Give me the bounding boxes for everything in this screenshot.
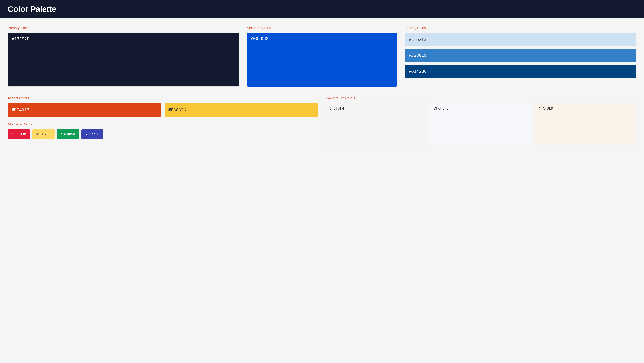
secondary-color-section: Secondary Blue #0050d8 (247, 26, 397, 87)
alternate-color-label: Alternate Colors (8, 122, 318, 126)
top-palette-grid: Primary Color #13192F Secondary Blue #00… (8, 26, 636, 87)
bg-swatch-f6f8fb: #F6F8FB (430, 103, 532, 145)
primary-color-section: Primary Color #13192F (8, 26, 239, 87)
alt-swatch-red: #E41D3D (8, 129, 30, 139)
page-title: Color Palette (8, 5, 636, 14)
alt-hex-yellow: #FFD966 (36, 132, 51, 136)
bg-swatch-f3f3f4: #F3F3F4 (326, 103, 427, 145)
secondary-color-hex: #0050d8 (250, 36, 268, 41)
alt-swatch-green: #0F9D58 (57, 129, 79, 139)
bg-hex-f3f3f4: #F3F3F4 (330, 106, 344, 110)
background-color-label: Background Colors (326, 96, 636, 100)
primary-color-label: Primary Color (8, 26, 239, 30)
secondary-color-label: Secondary Blue (247, 26, 397, 30)
bg-swatch-faf3e9: #FAF3E9 (535, 103, 636, 145)
accent-swatch-yellow: #F8C636 (164, 103, 318, 117)
accent-swatch-orange: #DE4317 (8, 103, 162, 117)
accent-hex-orange: #DE4317 (12, 108, 30, 112)
primary-color-swatch: #13192F (8, 33, 239, 87)
secondary-color-swatch: #0050d8 (247, 33, 397, 87)
bg-swatches-container: #F3F3F4 #F6F8FB #FAF3E9 (326, 103, 636, 145)
accent-color-section: Accent Colors #DE4317 #F8C636 (8, 96, 318, 117)
tertiary-color-section: Tertiary Blues #cfe2f3 #3380C8 #014280 (405, 26, 636, 87)
tertiary-swatch-light: #cfe2f3 (405, 33, 636, 46)
tertiary-hex-mid: #3380C8 (409, 53, 427, 58)
tertiary-hex-light: #cfe2f3 (409, 37, 427, 42)
alt-swatch-blue: #3844B2 (82, 129, 104, 139)
background-color-section: Background Colors #F3F3F4 #F6F8FB #FAF3E… (326, 96, 636, 145)
tertiary-swatches-container: #cfe2f3 #3380C8 #014280 (405, 33, 636, 78)
accent-hex-yellow: #F8C636 (168, 108, 186, 112)
alt-hex-red: #E41D3D (12, 132, 26, 136)
accent-swatches-container: #DE4317 #F8C636 (8, 103, 318, 117)
accent-color-label: Accent Colors (8, 96, 318, 100)
tertiary-swatch-mid: #3380C8 (405, 49, 636, 62)
bottom-left-column: Accent Colors #DE4317 #F8C636 Alternate … (8, 96, 318, 145)
alt-hex-blue: #3844B2 (85, 132, 100, 136)
tertiary-swatch-dark: #014280 (405, 65, 636, 78)
tertiary-color-label: Tertiary Blues (405, 26, 636, 30)
bottom-palette-grid: Accent Colors #DE4317 #F8C636 Alternate … (8, 96, 636, 145)
tertiary-hex-dark: #014280 (409, 69, 427, 74)
bg-hex-faf3e9: #FAF3E9 (538, 106, 553, 110)
bg-hex-f6f8fb: #F6F8FB (434, 106, 448, 110)
alternate-swatches-container: #E41D3D #FFD966 #0F9D58 #3844B2 (8, 129, 318, 139)
alt-swatch-yellow: #FFD966 (32, 129, 54, 139)
alt-hex-green: #0F9D58 (61, 132, 75, 136)
main-content: Primary Color #13192F Secondary Blue #00… (0, 19, 644, 153)
primary-color-hex: #13192F (12, 37, 30, 41)
page-header: Color Palette (0, 0, 644, 19)
alternate-color-section: Alternate Colors #E41D3D #FFD966 #0F9D58… (8, 122, 318, 139)
